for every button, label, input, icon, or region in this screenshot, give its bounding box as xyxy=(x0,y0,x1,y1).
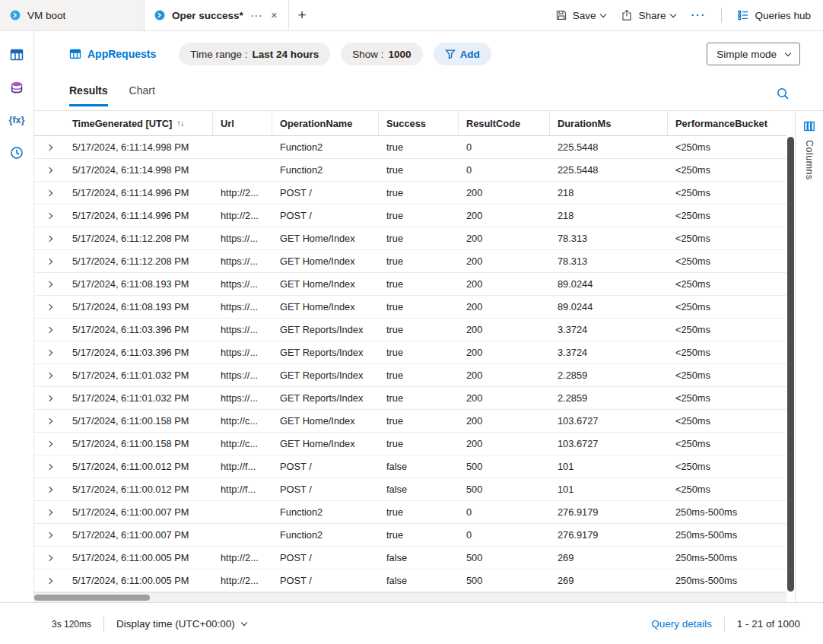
table-row[interactable]: 5/17/2024, 6:11:08.193 PMhttps://...GET … xyxy=(34,273,786,296)
row-expander-chevron-icon[interactable] xyxy=(34,227,65,249)
table-row[interactable]: 5/17/2024, 6:11:00.007 PMFunction2true02… xyxy=(34,524,786,547)
table-row[interactable]: 5/17/2024, 6:11:00.005 PMhttp://2...POST… xyxy=(34,547,786,569)
row-expander-chevron-icon[interactable] xyxy=(34,250,65,272)
column-header-performancebucket[interactable]: PerformanceBucket xyxy=(668,111,786,135)
sort-icon[interactable]: ↑↓ xyxy=(176,119,184,128)
cell-resultcode: 0 xyxy=(459,159,550,181)
share-button[interactable]: Share xyxy=(621,9,675,21)
table-row[interactable]: 5/17/2024, 6:11:00.158 PMhttp://c...GET … xyxy=(34,410,786,433)
cell-performancebucket: <250ms xyxy=(668,250,786,272)
row-expander-chevron-icon[interactable] xyxy=(34,319,65,341)
column-header-url[interactable]: Url xyxy=(213,111,272,135)
cell-performancebucket: <250ms xyxy=(668,227,786,249)
table-row[interactable]: 5/17/2024, 6:11:12.208 PMhttps://...GET … xyxy=(34,250,786,273)
table-row[interactable]: 5/17/2024, 6:11:00.005 PMhttp://2...POST… xyxy=(34,569,786,592)
horizontal-scrollbar-thumb[interactable] xyxy=(34,595,150,601)
column-header-operationname[interactable]: OperationName xyxy=(272,111,379,135)
column-header-durationms[interactable]: DurationMs xyxy=(550,111,668,135)
horizontal-scrollbar[interactable] xyxy=(34,592,786,602)
row-expander-chevron-icon[interactable] xyxy=(34,524,65,546)
table-row[interactable]: 5/17/2024, 6:11:12.208 PMhttps://...GET … xyxy=(34,227,786,250)
table-row[interactable]: 5/17/2024, 6:11:00.007 PMFunction2true02… xyxy=(34,501,786,524)
queries-hub-button[interactable]: Queries hub xyxy=(737,9,811,21)
row-expander-chevron-icon[interactable] xyxy=(34,478,65,500)
table-row[interactable]: 5/17/2024, 6:11:00.158 PMhttp://c...GET … xyxy=(34,433,786,455)
time-range-pill[interactable]: Time range : Last 24 hours xyxy=(179,43,330,65)
cell-timegenerated: 5/17/2024, 6:11:00.158 PM xyxy=(65,433,213,455)
table-selector[interactable]: AppRequests xyxy=(69,48,156,60)
row-expander-chevron-icon[interactable] xyxy=(34,387,65,409)
table-row[interactable]: 5/17/2024, 6:11:14.996 PMhttp://2...POST… xyxy=(34,205,786,227)
cell-success: true xyxy=(379,387,459,409)
row-expander-chevron-icon[interactable] xyxy=(34,273,65,295)
table-row[interactable]: 5/17/2024, 6:11:03.396 PMhttps://...GET … xyxy=(34,341,786,364)
row-expander-chevron-icon[interactable] xyxy=(34,433,65,455)
row-expander-chevron-icon[interactable] xyxy=(34,455,65,477)
row-expander-chevron-icon[interactable] xyxy=(34,296,65,318)
tab-close-icon[interactable]: ✕ xyxy=(269,9,279,22)
cell-timegenerated: 5/17/2024, 6:11:08.193 PM xyxy=(65,273,213,295)
cell-timegenerated: 5/17/2024, 6:11:14.998 PM xyxy=(65,159,213,181)
table-row[interactable]: 5/17/2024, 6:11:08.193 PMhttps://...GET … xyxy=(34,296,786,319)
column-header-resultcode[interactable]: ResultCode xyxy=(459,111,550,135)
row-expander-chevron-icon[interactable] xyxy=(34,364,65,386)
table-row[interactable]: 5/17/2024, 6:11:14.998 PMFunction2true02… xyxy=(34,159,786,182)
cell-success: true xyxy=(379,227,459,249)
table-row[interactable]: 5/17/2024, 6:11:00.012 PMhttp://f...POST… xyxy=(34,455,786,478)
mode-dropdown[interactable]: Simple mode xyxy=(707,43,800,65)
table-row[interactable]: 5/17/2024, 6:11:01.032 PMhttps://...GET … xyxy=(34,387,786,410)
table-row[interactable]: 5/17/2024, 6:11:00.012 PMhttp://f...POST… xyxy=(34,478,786,501)
results-table-body: 5/17/2024, 6:11:14.998 PMFunction2true02… xyxy=(34,136,786,592)
query-details-link[interactable]: Query details xyxy=(651,618,712,630)
table-row[interactable]: 5/17/2024, 6:11:14.998 PMFunction2true02… xyxy=(34,136,786,159)
table-row[interactable]: 5/17/2024, 6:11:14.996 PMhttp://2...POST… xyxy=(34,182,786,205)
row-expander-chevron-icon[interactable] xyxy=(34,205,65,227)
cell-durationms: 269 xyxy=(550,547,668,569)
show-limit-pill[interactable]: Show : 1000 xyxy=(341,43,422,65)
rail-item-query-history[interactable] xyxy=(4,143,30,163)
search-icon[interactable] xyxy=(776,77,790,110)
query-tab-vm-boot[interactable]: VM boot xyxy=(0,0,145,30)
cell-operationname: GET Reports/Index xyxy=(272,387,379,409)
column-header-label: OperationName xyxy=(280,118,352,129)
query-tab-oper-success[interactable]: Oper success* ··· ✕ xyxy=(145,0,289,30)
tab-chart[interactable]: Chart xyxy=(129,77,155,106)
tab-results[interactable]: Results xyxy=(69,77,108,106)
cell-url xyxy=(213,501,272,523)
cell-url: https://... xyxy=(213,341,272,363)
cell-url: https://... xyxy=(213,273,272,295)
cell-url: https://... xyxy=(213,227,272,249)
column-header-label: TimeGenerated [UTC] xyxy=(72,118,172,129)
columns-pane-toggle[interactable]: Columns xyxy=(795,111,823,602)
table-row[interactable]: 5/17/2024, 6:11:01.032 PMhttps://...GET … xyxy=(34,364,786,387)
tab-more-icon[interactable]: ··· xyxy=(251,10,263,21)
column-header-success[interactable]: Success xyxy=(379,111,459,135)
display-time-dropdown[interactable]: Display time (UTC+00:00) xyxy=(116,618,246,630)
rail-item-queries[interactable] xyxy=(4,78,30,97)
column-header-timegenerated[interactable]: TimeGenerated [UTC] ↑↓ xyxy=(65,111,213,135)
new-tab-button[interactable]: + xyxy=(289,0,315,30)
cell-operationname: GET Home/Index xyxy=(272,410,379,432)
vertical-scrollbar-thumb[interactable] xyxy=(787,137,794,592)
add-filter-button[interactable]: Add xyxy=(434,43,491,65)
row-expander-chevron-icon[interactable] xyxy=(34,410,65,432)
row-expander-chevron-icon[interactable] xyxy=(34,547,65,569)
cell-performancebucket: <250ms xyxy=(668,182,786,204)
cell-performancebucket: <250ms xyxy=(668,296,786,318)
cell-resultcode: 200 xyxy=(459,296,550,318)
row-expander-chevron-icon[interactable] xyxy=(34,341,65,363)
rail-item-functions[interactable]: {fx} xyxy=(4,110,30,130)
row-expander-chevron-icon[interactable] xyxy=(34,159,65,181)
row-expander-chevron-icon[interactable] xyxy=(34,569,65,592)
toolbar-more-button[interactable]: ··· xyxy=(691,9,706,21)
functions-icon: {fx} xyxy=(9,115,25,125)
cell-resultcode: 200 xyxy=(459,319,550,341)
rail-item-tables[interactable] xyxy=(4,45,30,65)
row-expander-chevron-icon[interactable] xyxy=(34,501,65,523)
vertical-scrollbar[interactable] xyxy=(786,111,795,602)
save-button[interactable]: Save xyxy=(555,9,606,21)
table-row[interactable]: 5/17/2024, 6:11:03.396 PMhttps://...GET … xyxy=(34,319,786,341)
row-expander-chevron-icon[interactable] xyxy=(34,136,65,158)
row-expander-chevron-icon[interactable] xyxy=(34,182,65,204)
cell-performancebucket: <250ms xyxy=(668,205,786,227)
